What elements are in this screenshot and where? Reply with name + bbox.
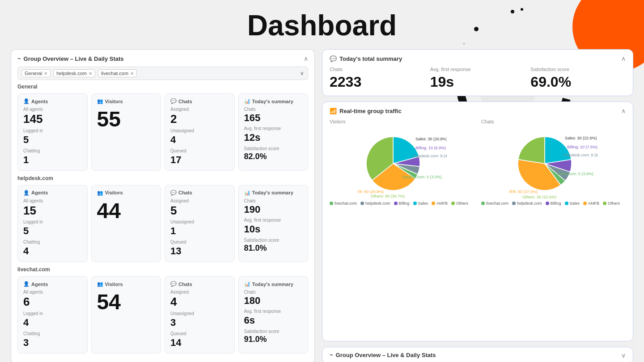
- traffic-card: 📶 Real-time group traffic ∧ Visitors: [322, 101, 633, 341]
- visitors-pie-svg: Sales: 35 (20.8%) Billing: 10 (6.0%) _he…: [357, 127, 447, 198]
- page-title: Dashboard: [0, 0, 644, 49]
- left-panel: ~ Group Overview – Live & Daily Stats ∧ …: [11, 49, 315, 362]
- livechat-chats-box: 💬 Chats Assigned 4 Unassigned 3 Queued 1…: [165, 276, 235, 354]
- summary-metrics: Chats 2233 Avg. first response 19s Satis…: [330, 67, 626, 90]
- filter-general[interactable]: General ✕: [21, 69, 51, 77]
- group-general-label: General: [17, 84, 308, 90]
- chats-pie-svg: Sales: 30 (22.6%) Billing: 10 (7.5%) _he…: [509, 127, 598, 198]
- traffic-collapse-icon[interactable]: ∧: [621, 107, 626, 114]
- group-helpdesk-label: helpdesk.com: [17, 175, 308, 181]
- filter-bar: General ✕ helpdesk.com ✕ livechat.com ✕ …: [17, 67, 308, 80]
- chats-icon: 💬: [170, 98, 177, 104]
- svg-text:_helpdesk.com: 8 (4.8%): _helpdesk.com: 8 (4.8%): [411, 154, 447, 158]
- chats-pie-container: Sales: 30 (22.6%) Billing: 10 (7.5%) _he…: [481, 127, 626, 198]
- svg-text:AMFB: 50 (37.6%): AMFB: 50 (37.6%): [509, 189, 538, 194]
- filter-livechat[interactable]: livechat.com ✕: [98, 69, 137, 77]
- svg-text:Sales: 35 (20.8%): Sales: 35 (20.8%): [415, 137, 447, 141]
- bottom-expand-icon[interactable]: ∨: [621, 352, 626, 359]
- tilde-icon: ~: [17, 55, 21, 62]
- visitors-icon-2: 👥: [97, 190, 103, 196]
- bar-chart-icon: 📶: [330, 108, 337, 114]
- helpdesk-chats-box: 💬 Chats Assigned 5 Unassigned 1 Queued 1…: [165, 185, 235, 262]
- chats-icon-2: 💬: [170, 190, 177, 196]
- svg-text:Billing: 10 (6.0%): Billing: 10 (6.0%): [415, 146, 446, 150]
- helpdesk-stats-row: 👤 Agents All agents 15 Logged in 5 Chatt…: [17, 185, 308, 262]
- visitors-legend: livechat.com helpdesk.com Billing Sales …: [330, 201, 474, 206]
- visitors-pie-container: Sales: 35 (20.8%) Billing: 10 (6.0%) _he…: [330, 127, 474, 198]
- chats-icon-3: 💬: [170, 281, 177, 287]
- bottom-overview-card: ~ Group Overview – Live & Daily Stats ∨: [322, 347, 633, 362]
- charts-row: Visitors: [330, 119, 626, 206]
- general-today-box: 📊 Today's summary Chats 165 Avg. first r…: [238, 93, 309, 171]
- card-header: ~ Group Overview – Live & Daily Stats ∧: [17, 55, 308, 62]
- general-agents-box: 👤 Agents All agents 145 Logged in 5 Chat…: [17, 93, 88, 171]
- helpdesk-today-box: 📊 Today's summary Chats 190 Avg. first r…: [238, 185, 309, 262]
- livechat-visitors-box: 👥 Visitors 54: [91, 276, 161, 354]
- chats-legend: livechat.com helpdesk.com Billing Sales …: [481, 201, 626, 206]
- svg-text:_helpdesk.com: 8 (6.0%): _helpdesk.com: 8 (6.0%): [561, 153, 598, 157]
- traffic-header: 📶 Real-time group traffic ∧: [330, 107, 626, 114]
- general-chats-box: 💬 Chats Assigned 2 Unassigned 4 Queued 1…: [165, 93, 235, 171]
- visitors-chart: Visitors: [330, 119, 474, 206]
- bubble-icon: 💬: [330, 55, 337, 62]
- filter-helpdesk[interactable]: helpdesk.com ✕: [53, 69, 95, 77]
- svg-text:Sales: 30 (22.6%): Sales: 30 (22.6%): [565, 136, 597, 140]
- svg-text:AMFB: 50 (29.8%): AMFB: 50 (29.8%): [357, 189, 384, 194]
- summary-icon-3: 📊: [244, 281, 250, 287]
- livechat-today-box: 📊 Today's summary Chats 180 Avg. first r…: [238, 276, 309, 354]
- total-score-metric: Satisfaction score 69.0%: [525, 67, 626, 90]
- agent-icon-2: 👤: [23, 190, 30, 196]
- remove-livechat[interactable]: ✕: [130, 71, 134, 76]
- summary-collapse-icon[interactable]: ∧: [621, 55, 626, 62]
- agent-icon: 👤: [23, 98, 30, 104]
- group-overview-card: ~ Group Overview – Live & Daily Stats ∧ …: [11, 49, 315, 362]
- total-summary-card: 💬 Today's total summary ∧ Chats 2233 Avg…: [322, 49, 633, 96]
- total-avg-metric: Avg. first response 19s: [425, 67, 525, 90]
- filter-expand[interactable]: ∨: [300, 70, 304, 76]
- livechat-stats-row: 👤 Agents All agents 6 Logged in 4 Chatti…: [17, 276, 308, 354]
- svg-text:Billing: 10 (7.5%): Billing: 10 (7.5%): [567, 145, 597, 149]
- remove-general[interactable]: ✕: [44, 71, 47, 76]
- agent-icon-3: 👤: [23, 281, 30, 287]
- tilde-icon-2: ~: [330, 352, 333, 358]
- helpdesk-agents-box: 👤 Agents All agents 15 Logged in 5 Chatt…: [17, 185, 88, 262]
- card-title: ~ Group Overview – Live & Daily Stats: [17, 55, 124, 62]
- svg-text:Others: 60 (35.7%): Others: 60 (35.7%): [371, 194, 405, 198]
- summary-icon-2: 📊: [244, 190, 250, 196]
- total-chats-metric: Chats 2233: [330, 67, 425, 90]
- group-livechat-label: livechat.com: [17, 266, 308, 273]
- helpdesk-visitors-box: 👥 Visitors 44: [91, 185, 161, 262]
- general-visitors-box: 👥 Visitors 55: [91, 93, 161, 171]
- visitors-icon: 👥: [97, 98, 103, 104]
- right-panel: 💬 Today's total summary ∧ Chats 2233 Avg…: [322, 49, 633, 362]
- summary-icon: 📊: [244, 98, 250, 104]
- summary-header: 💬 Today's total summary ∧: [330, 55, 626, 62]
- general-stats-row: 👤 Agents All agents 145 Logged in 5 Chat…: [17, 93, 308, 171]
- svg-text:livechat.com: 5 (3.0%): livechat.com: 5 (3.0%): [402, 175, 442, 179]
- livechat-agents-box: 👤 Agents All agents 6 Logged in 4 Chatti…: [17, 276, 88, 354]
- visitors-icon-3: 👥: [97, 281, 103, 287]
- chats-chart: Chats Sales: 30 (22.6%) Billing: 10 (7.5…: [481, 119, 626, 206]
- remove-helpdesk[interactable]: ✕: [89, 71, 92, 76]
- collapse-icon[interactable]: ∧: [304, 55, 308, 62]
- svg-text:livechat.com: 5 (3.8%): livechat.com: 5 (3.8%): [554, 172, 593, 176]
- svg-text:Others: 30 (22.6%): Others: 30 (22.6%): [522, 195, 556, 198]
